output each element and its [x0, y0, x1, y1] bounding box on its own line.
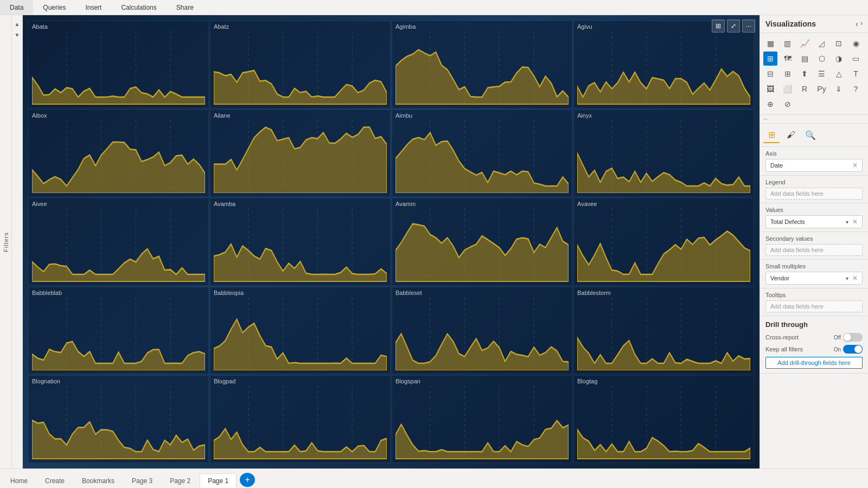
- chart-cell[interactable]: Abata: [28, 21, 209, 108]
- chart-cell[interactable]: Avamm: [392, 198, 572, 286]
- small-multiples-remove[interactable]: ✕: [852, 274, 858, 282]
- chart-cell[interactable]: Babbleblab: [28, 287, 209, 375]
- viz-stacked-bar[interactable]: ▥: [781, 36, 795, 50]
- values-label: Values: [765, 207, 863, 213]
- tab-home[interactable]: Home: [2, 473, 36, 488]
- tab-format[interactable]: 🖌: [783, 127, 799, 143]
- values-dropdown[interactable]: ▾: [846, 219, 848, 225]
- viz-treemap[interactable]: ▤: [797, 52, 812, 66]
- menu-data[interactable]: Data: [0, 0, 33, 15]
- chart-cell[interactable]: Aivee: [28, 198, 209, 286]
- chart-cell[interactable]: Aibox: [28, 110, 209, 197]
- tab-page3[interactable]: Page 3: [124, 473, 161, 488]
- left-nav: ▲ ▼: [12, 15, 23, 468]
- menu-insert[interactable]: Insert: [75, 0, 111, 15]
- chart-cell[interactable]: Aimbu: [392, 110, 572, 197]
- chart-sparkline: [577, 31, 750, 105]
- chart-cell[interactable]: Babblestorm: [573, 287, 754, 375]
- chart-cell[interactable]: Babbleset: [392, 287, 572, 375]
- tab-create[interactable]: Create: [37, 473, 73, 488]
- chart-cell[interactable]: Agimba: [392, 21, 572, 108]
- chart-cell-title: Agimba: [395, 23, 569, 30]
- keep-filters-toggle[interactable]: [843, 345, 863, 354]
- chart-sparkline: [214, 208, 387, 282]
- viz-more-dots[interactable]: ···: [760, 115, 868, 124]
- chart-cell[interactable]: Blogpad: [210, 375, 391, 463]
- values-pill[interactable]: Total Defects ▾ ✕: [765, 215, 863, 228]
- viz-matrix[interactable]: ⊞: [781, 67, 795, 81]
- tab-page1[interactable]: Page 1: [200, 473, 237, 488]
- chart-sparkline: [395, 297, 569, 371]
- viz-table[interactable]: ⊟: [763, 67, 777, 81]
- menu-queries[interactable]: Queries: [33, 0, 75, 15]
- more-btn[interactable]: ···: [742, 20, 755, 33]
- tab-fields[interactable]: ⊞: [763, 127, 780, 143]
- chart-cell[interactable]: Avavee: [573, 198, 754, 286]
- chart-sparkline: [214, 386, 387, 459]
- chart-sparkline: [32, 208, 205, 282]
- viz-decomp[interactable]: ⇓: [832, 82, 846, 96]
- add-drill-fields-btn[interactable]: Add drill-through fields here: [765, 357, 863, 369]
- chart-cell[interactable]: Blognation: [28, 375, 209, 463]
- chart-cell[interactable]: Ainyx: [573, 110, 754, 197]
- viz-gauge[interactable]: ◑: [832, 52, 846, 66]
- expand-btn[interactable]: ⤢: [727, 20, 740, 33]
- tab-bookmarks[interactable]: Bookmarks: [74, 473, 123, 488]
- chart-sparkline: [214, 31, 387, 105]
- secondary-values-drop[interactable]: Add data fields here: [765, 244, 863, 256]
- legend-drop-area[interactable]: Add data fields here: [765, 188, 863, 200]
- viz-funnel[interactable]: ⬡: [815, 52, 829, 66]
- chart-cell[interactable]: Babbleopia: [210, 287, 391, 375]
- chart-cell[interactable]: Blogspan: [392, 375, 572, 463]
- axis-remove[interactable]: ✕: [852, 162, 858, 169]
- axis-pill[interactable]: Date ✕: [765, 159, 863, 172]
- small-multiples-dropdown[interactable]: ▾: [846, 275, 848, 281]
- viz-kpi[interactable]: ⬆: [797, 67, 812, 81]
- viz-image[interactable]: 🖼: [763, 82, 777, 96]
- viz-r[interactable]: R: [797, 82, 812, 96]
- viz-card[interactable]: ▭: [849, 52, 863, 66]
- viz-shape[interactable]: △: [832, 67, 846, 81]
- tooltips-drop[interactable]: Add data fields here: [765, 300, 863, 312]
- small-multiples-pill[interactable]: Vendor ▾ ✕: [765, 272, 863, 285]
- left-nav-up[interactable]: ▲: [13, 20, 22, 28]
- chart-cell[interactable]: Ailane: [210, 110, 391, 197]
- tab-analytics[interactable]: 🔍: [802, 127, 819, 143]
- cross-report-label: Cross-report: [765, 334, 799, 341]
- menu-share[interactable]: Share: [167, 0, 203, 15]
- keep-filters-label: Keep all filters: [765, 346, 803, 352]
- axis-label: Axis: [765, 150, 863, 157]
- viz-python[interactable]: Py: [815, 82, 829, 96]
- viz-text[interactable]: T: [849, 67, 863, 81]
- panel-expand-right[interactable]: ›: [860, 20, 863, 28]
- chart-cell-title: Babbleblab: [32, 290, 205, 296]
- chart-sparkline: [32, 297, 205, 371]
- viz-bar-chart[interactable]: ▦: [763, 36, 777, 50]
- values-remove[interactable]: ✕: [852, 218, 858, 226]
- viz-line-chart[interactable]: 📈: [797, 36, 812, 50]
- main-area: Filters ▲ ▼ ⊞ ⤢ ··· AbataAbatzAgimbaAgiv…: [0, 15, 868, 468]
- panel-collapse-left[interactable]: ‹: [856, 20, 858, 28]
- viz-area-chart[interactable]: ◿: [815, 36, 829, 50]
- viz-scatter[interactable]: ⊡: [832, 36, 846, 50]
- cross-report-state: Off: [834, 335, 841, 341]
- viz-small-multiples[interactable]: ⊞: [763, 52, 777, 66]
- add-page-btn[interactable]: +: [240, 473, 255, 487]
- tab-page2[interactable]: Page 2: [162, 473, 199, 488]
- bottom-tabs: Home Create Bookmarks Page 3 Page 2 Page…: [0, 468, 868, 488]
- viz-button[interactable]: ⬜: [781, 82, 795, 96]
- menu-calculations[interactable]: Calculations: [111, 0, 166, 15]
- cross-report-toggle[interactable]: [843, 333, 863, 342]
- chart-cell[interactable]: Avamba: [210, 198, 391, 286]
- filter-btn[interactable]: ⊞: [712, 20, 725, 33]
- chart-cell[interactable]: Blogtag: [573, 375, 754, 463]
- viz-slicer[interactable]: ☰: [815, 67, 829, 81]
- viz-qa[interactable]: ?: [849, 82, 863, 96]
- viz-map[interactable]: 🗺: [781, 52, 795, 66]
- left-nav-down[interactable]: ▼: [13, 30, 22, 39]
- viz-more1[interactable]: ⊕: [763, 97, 777, 111]
- viz-pie[interactable]: ◉: [849, 36, 863, 50]
- chart-cell[interactable]: Abatz: [210, 21, 391, 108]
- chart-cell[interactable]: Agivu: [573, 21, 754, 108]
- viz-more2[interactable]: ⊘: [781, 97, 795, 111]
